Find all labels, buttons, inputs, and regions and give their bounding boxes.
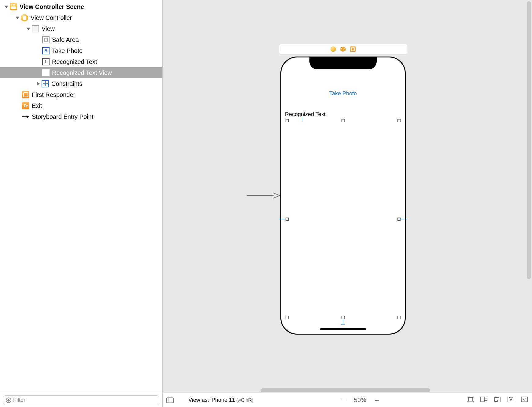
textview-icon — [42, 69, 50, 76]
svg-marker-9 — [273, 193, 280, 198]
storyboard-entry-arrow[interactable] — [247, 191, 280, 201]
canvas-recognized-text-label[interactable]: Recognized Text — [285, 111, 326, 118]
scroll-thumb[interactable] — [527, 1, 531, 279]
safe-area-icon — [42, 36, 50, 43]
canvas-area: Take Photo Recognized Text — [163, 0, 532, 407]
arrow-right-icon — [22, 113, 29, 120]
device-canvas[interactable]: Take Photo Recognized Text — [280, 57, 406, 335]
outline-view[interactable]: View — [0, 23, 162, 34]
disclosure-triangle-icon[interactable] — [15, 16, 20, 20]
device-name: iPhone 11 — [210, 397, 235, 403]
document-outline: View Controller Scene View Controller Vi… — [0, 0, 163, 407]
align-icon[interactable] — [493, 396, 501, 404]
constraint-guide — [279, 219, 286, 219]
exit-icon — [22, 102, 29, 109]
selection-handle[interactable] — [397, 119, 401, 122]
svg-marker-22 — [509, 397, 512, 401]
constraint-guide — [401, 219, 407, 219]
outline-constraints-label: Constraints — [51, 80, 82, 87]
disclosure-triangle-icon[interactable] — [26, 27, 31, 31]
zoom-controls: − 50% + — [337, 395, 383, 405]
outline-entry-label: Storyboard Entry Point — [32, 113, 93, 120]
selection-handle[interactable] — [286, 119, 289, 122]
selection-handle[interactable] — [397, 316, 401, 319]
disclosure-triangle-icon[interactable] — [4, 5, 9, 9]
home-indicator — [320, 328, 366, 330]
label-icon: L — [42, 58, 50, 65]
outline-safe-area[interactable]: Safe Area — [0, 34, 162, 45]
outline-take-photo-label: Take Photo — [52, 47, 83, 54]
view-as-control[interactable]: View as: iPhone 11 (wC hR) — [188, 397, 253, 403]
svg-marker-0 — [5, 6, 8, 8]
selection-handle[interactable] — [342, 119, 345, 122]
resolve-issues-icon[interactable] — [520, 396, 528, 404]
disclosure-triangle-icon[interactable] — [35, 82, 41, 86]
view-controller-icon — [21, 14, 28, 21]
svg-rect-18 — [495, 400, 497, 402]
svg-rect-13 — [481, 397, 484, 402]
zoom-level[interactable]: 50% — [354, 397, 366, 404]
embed-in-icon[interactable] — [480, 396, 488, 404]
outline-rec-text-label: Recognized Text — [52, 58, 97, 65]
selection-handle[interactable] — [286, 218, 289, 221]
add-constraints-icon[interactable] — [507, 396, 515, 404]
view-icon — [32, 25, 39, 32]
constraints-icon — [42, 80, 49, 87]
view-as-prefix: View as: — [188, 397, 209, 403]
scroll-thumb[interactable] — [260, 388, 430, 392]
selection-handle[interactable] — [286, 316, 289, 319]
constraint-guide — [341, 324, 345, 324]
outline-tree[interactable]: View Controller Scene View Controller Vi… — [0, 0, 162, 393]
outline-constraints[interactable]: Constraints — [0, 78, 162, 89]
selection-handle[interactable] — [397, 218, 401, 221]
svg-marker-2 — [27, 28, 30, 30]
outline-first-responder[interactable]: First Responder — [0, 89, 162, 100]
horizontal-scrollbar[interactable] — [163, 387, 532, 393]
outline-filter-field[interactable] — [3, 395, 159, 405]
svg-rect-12 — [468, 398, 473, 401]
outline-vc-label: View Controller — [31, 14, 72, 21]
toggle-outline-icon[interactable] — [166, 397, 174, 404]
scene-dock[interactable] — [279, 44, 407, 54]
svg-marker-1 — [16, 16, 19, 19]
outline-recognized-text-view[interactable]: Recognized Text View — [0, 67, 162, 78]
zoom-in-button[interactable]: + — [375, 396, 379, 405]
outline-rec-text-view-label: Recognized Text View — [52, 69, 112, 76]
view-controller-icon[interactable] — [331, 46, 336, 52]
constraint-guide — [303, 117, 303, 122]
first-responder-icon[interactable] — [340, 46, 346, 52]
canvas-take-photo-button[interactable]: Take Photo — [281, 90, 405, 97]
outline-entry-point[interactable]: Storyboard Entry Point — [0, 111, 162, 122]
outline-first-responder-label: First Responder — [32, 91, 75, 98]
svg-rect-10 — [167, 398, 173, 403]
update-frames-icon[interactable] — [467, 396, 475, 404]
svg-marker-3 — [37, 82, 39, 86]
vertical-scrollbar[interactable] — [526, 0, 531, 393]
scene-icon — [10, 3, 17, 10]
svg-rect-23 — [521, 397, 527, 402]
outline-scene[interactable]: View Controller Scene — [0, 1, 162, 12]
button-icon: B — [42, 47, 50, 54]
outline-filter-input[interactable] — [13, 397, 157, 403]
outline-recognized-text-label[interactable]: L Recognized Text — [0, 56, 162, 67]
outline-view-label: View — [42, 25, 55, 32]
outline-exit[interactable]: Exit — [0, 100, 162, 111]
outline-take-photo-button[interactable]: B Take Photo — [0, 45, 162, 56]
first-responder-icon — [22, 91, 29, 98]
device-notch — [309, 57, 377, 69]
size-class: (wC hR) — [236, 397, 253, 403]
outline-safe-label: Safe Area — [52, 36, 79, 43]
zoom-out-button[interactable]: − — [341, 395, 345, 405]
svg-rect-17 — [495, 398, 499, 399]
exit-icon[interactable] — [350, 46, 356, 52]
canvas-viewport[interactable]: Take Photo Recognized Text — [163, 0, 532, 393]
outline-view-controller[interactable]: View Controller — [0, 12, 162, 23]
svg-marker-5 — [27, 115, 29, 118]
filter-icon — [6, 398, 11, 403]
canvas-bottom-bar: View as: iPhone 11 (wC hR) − 50% + — [163, 393, 532, 407]
selection-handle[interactable] — [342, 316, 345, 319]
outline-exit-label: Exit — [32, 102, 42, 109]
outline-filter-bar — [0, 393, 162, 407]
outline-scene-label: View Controller Scene — [20, 3, 84, 10]
